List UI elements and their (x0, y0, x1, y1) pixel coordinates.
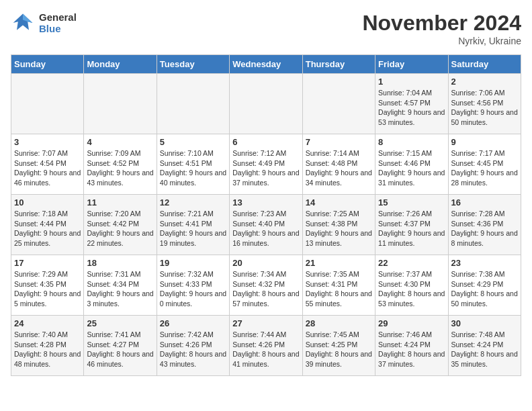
logo-text: General Blue (39, 11, 77, 34)
calendar-cell: 15Sunrise: 7:26 AM Sunset: 4:37 PM Dayli… (375, 195, 448, 255)
day-number: 10 (14, 197, 81, 208)
calendar-cell (157, 74, 229, 134)
calendar-week-4: 24Sunrise: 7:40 AM Sunset: 4:28 PM Dayli… (11, 316, 521, 376)
day-info: Sunrise: 7:25 AM Sunset: 4:38 PM Dayligh… (306, 209, 372, 248)
day-info: Sunrise: 7:41 AM Sunset: 4:27 PM Dayligh… (87, 330, 153, 369)
calendar-cell: 30Sunrise: 7:48 AM Sunset: 4:24 PM Dayli… (448, 316, 521, 376)
calendar-cell: 1Sunrise: 7:04 AM Sunset: 4:57 PM Daylig… (375, 74, 448, 134)
day-info: Sunrise: 7:35 AM Sunset: 4:31 PM Dayligh… (306, 269, 372, 309)
calendar-week-3: 17Sunrise: 7:29 AM Sunset: 4:35 PM Dayli… (11, 255, 521, 316)
calendar-cell: 6Sunrise: 7:12 AM Sunset: 4:49 PM Daylig… (230, 134, 302, 195)
day-info: Sunrise: 7:12 AM Sunset: 4:49 PM Dayligh… (232, 148, 299, 188)
day-number: 20 (232, 258, 299, 268)
day-info: Sunrise: 7:04 AM Sunset: 4:57 PM Dayligh… (378, 88, 445, 128)
day-info: Sunrise: 7:38 AM Sunset: 4:29 PM Dayligh… (451, 269, 518, 309)
col-header-tuesday: Tuesday (157, 55, 229, 74)
calendar-cell: 19Sunrise: 7:32 AM Sunset: 4:33 PM Dayli… (157, 255, 229, 316)
day-number: 17 (14, 258, 81, 268)
calendar-cell: 26Sunrise: 7:42 AM Sunset: 4:26 PM Dayli… (157, 316, 229, 376)
day-info: Sunrise: 7:45 AM Sunset: 4:25 PM Dayligh… (306, 330, 372, 369)
day-number: 21 (306, 258, 372, 268)
calendar-cell: 13Sunrise: 7:23 AM Sunset: 4:40 PM Dayli… (230, 195, 302, 255)
day-info: Sunrise: 7:18 AM Sunset: 4:44 PM Dayligh… (14, 209, 81, 248)
day-number: 18 (87, 258, 153, 268)
day-number: 22 (378, 258, 445, 268)
calendar-cell: 27Sunrise: 7:44 AM Sunset: 4:26 PM Dayli… (230, 316, 302, 376)
month-title: November 2024 (362, 11, 521, 36)
day-info: Sunrise: 7:09 AM Sunset: 4:52 PM Dayligh… (87, 148, 153, 188)
calendar-cell: 5Sunrise: 7:10 AM Sunset: 4:51 PM Daylig… (157, 134, 229, 195)
day-number: 8 (378, 137, 445, 147)
day-number: 24 (14, 318, 81, 328)
col-header-wednesday: Wednesday (230, 55, 302, 74)
calendar-cell: 28Sunrise: 7:45 AM Sunset: 4:25 PM Dayli… (302, 316, 375, 376)
day-info: Sunrise: 7:06 AM Sunset: 4:56 PM Dayligh… (451, 88, 518, 128)
calendar-cell: 20Sunrise: 7:34 AM Sunset: 4:32 PM Dayli… (230, 255, 302, 316)
calendar-cell: 4Sunrise: 7:09 AM Sunset: 4:52 PM Daylig… (84, 134, 157, 195)
calendar-cell: 18Sunrise: 7:31 AM Sunset: 4:34 PM Dayli… (84, 255, 157, 316)
calendar-cell (11, 74, 84, 134)
day-number: 25 (87, 318, 153, 328)
calendar-cell: 23Sunrise: 7:38 AM Sunset: 4:29 PM Dayli… (448, 255, 521, 316)
logo-icon (11, 11, 35, 35)
calendar-cell: 14Sunrise: 7:25 AM Sunset: 4:38 PM Dayli… (302, 195, 375, 255)
day-number: 11 (87, 197, 153, 208)
day-info: Sunrise: 7:37 AM Sunset: 4:30 PM Dayligh… (378, 269, 445, 309)
calendar-table: SundayMondayTuesdayWednesdayThursdayFrid… (11, 54, 521, 376)
day-number: 6 (232, 137, 299, 147)
col-header-thursday: Thursday (302, 55, 375, 74)
day-number: 1 (378, 77, 445, 87)
day-number: 19 (160, 258, 226, 268)
calendar-cell: 21Sunrise: 7:35 AM Sunset: 4:31 PM Dayli… (302, 255, 375, 316)
day-number: 26 (160, 318, 226, 328)
day-number: 13 (232, 197, 299, 208)
calendar-cell (302, 74, 375, 134)
calendar-cell: 11Sunrise: 7:20 AM Sunset: 4:42 PM Dayli… (84, 195, 157, 255)
day-info: Sunrise: 7:40 AM Sunset: 4:28 PM Dayligh… (14, 330, 81, 369)
day-info: Sunrise: 7:31 AM Sunset: 4:34 PM Dayligh… (87, 269, 153, 309)
col-header-sunday: Sunday (11, 55, 84, 74)
calendar-cell: 7Sunrise: 7:14 AM Sunset: 4:48 PM Daylig… (302, 134, 375, 195)
calendar-cell: 3Sunrise: 7:07 AM Sunset: 4:54 PM Daylig… (11, 134, 84, 195)
day-info: Sunrise: 7:26 AM Sunset: 4:37 PM Dayligh… (378, 209, 445, 248)
day-number: 16 (451, 197, 518, 208)
page-header: General Blue November 2024 Nyrkiv, Ukrai… (11, 11, 521, 46)
day-number: 2 (451, 77, 518, 87)
day-number: 7 (306, 137, 372, 147)
calendar-cell: 12Sunrise: 7:21 AM Sunset: 4:41 PM Dayli… (157, 195, 229, 255)
day-number: 23 (451, 258, 518, 268)
calendar-cell: 17Sunrise: 7:29 AM Sunset: 4:35 PM Dayli… (11, 255, 84, 316)
day-info: Sunrise: 7:44 AM Sunset: 4:26 PM Dayligh… (232, 330, 299, 369)
calendar-cell: 2Sunrise: 7:06 AM Sunset: 4:56 PM Daylig… (448, 74, 521, 134)
calendar-cell: 25Sunrise: 7:41 AM Sunset: 4:27 PM Dayli… (84, 316, 157, 376)
day-info: Sunrise: 7:23 AM Sunset: 4:40 PM Dayligh… (232, 209, 299, 248)
col-header-saturday: Saturday (448, 55, 521, 74)
day-info: Sunrise: 7:48 AM Sunset: 4:24 PM Dayligh… (451, 330, 518, 369)
day-info: Sunrise: 7:29 AM Sunset: 4:35 PM Dayligh… (14, 269, 81, 309)
location-subtitle: Nyrkiv, Ukraine (362, 36, 521, 46)
title-section: November 2024 Nyrkiv, Ukraine (362, 11, 521, 46)
day-info: Sunrise: 7:17 AM Sunset: 4:45 PM Dayligh… (451, 148, 518, 188)
day-info: Sunrise: 7:32 AM Sunset: 4:33 PM Dayligh… (160, 269, 226, 309)
calendar-cell (230, 74, 302, 134)
day-info: Sunrise: 7:14 AM Sunset: 4:48 PM Dayligh… (306, 148, 372, 188)
calendar-cell: 16Sunrise: 7:28 AM Sunset: 4:36 PM Dayli… (448, 195, 521, 255)
calendar-cell (84, 74, 157, 134)
day-info: Sunrise: 7:20 AM Sunset: 4:42 PM Dayligh… (87, 209, 153, 248)
calendar-week-1: 3Sunrise: 7:07 AM Sunset: 4:54 PM Daylig… (11, 134, 521, 195)
calendar-cell: 10Sunrise: 7:18 AM Sunset: 4:44 PM Dayli… (11, 195, 84, 255)
col-header-monday: Monday (84, 55, 157, 74)
day-number: 4 (87, 137, 153, 147)
day-info: Sunrise: 7:07 AM Sunset: 4:54 PM Dayligh… (14, 148, 81, 188)
calendar-week-2: 10Sunrise: 7:18 AM Sunset: 4:44 PM Dayli… (11, 195, 521, 255)
day-number: 29 (378, 318, 445, 328)
day-number: 28 (306, 318, 372, 328)
day-info: Sunrise: 7:10 AM Sunset: 4:51 PM Dayligh… (160, 148, 226, 188)
day-number: 30 (451, 318, 518, 328)
calendar-cell: 22Sunrise: 7:37 AM Sunset: 4:30 PM Dayli… (375, 255, 448, 316)
day-info: Sunrise: 7:21 AM Sunset: 4:41 PM Dayligh… (160, 209, 226, 248)
day-number: 5 (160, 137, 226, 147)
col-header-friday: Friday (375, 55, 448, 74)
logo: General Blue (11, 11, 77, 35)
day-info: Sunrise: 7:34 AM Sunset: 4:32 PM Dayligh… (232, 269, 299, 309)
